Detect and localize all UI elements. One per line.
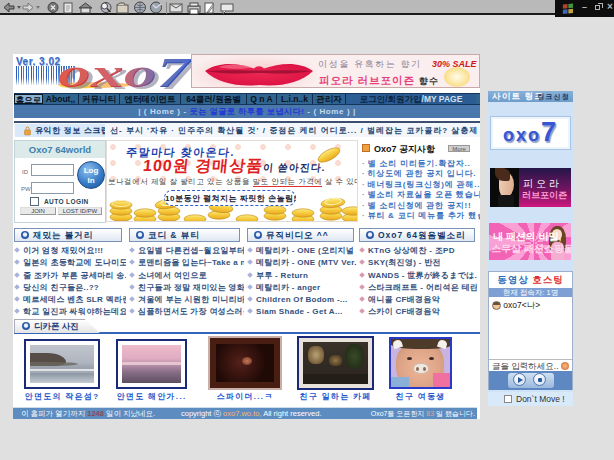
- svg-text:oxo7: oxo7: [57, 50, 192, 92]
